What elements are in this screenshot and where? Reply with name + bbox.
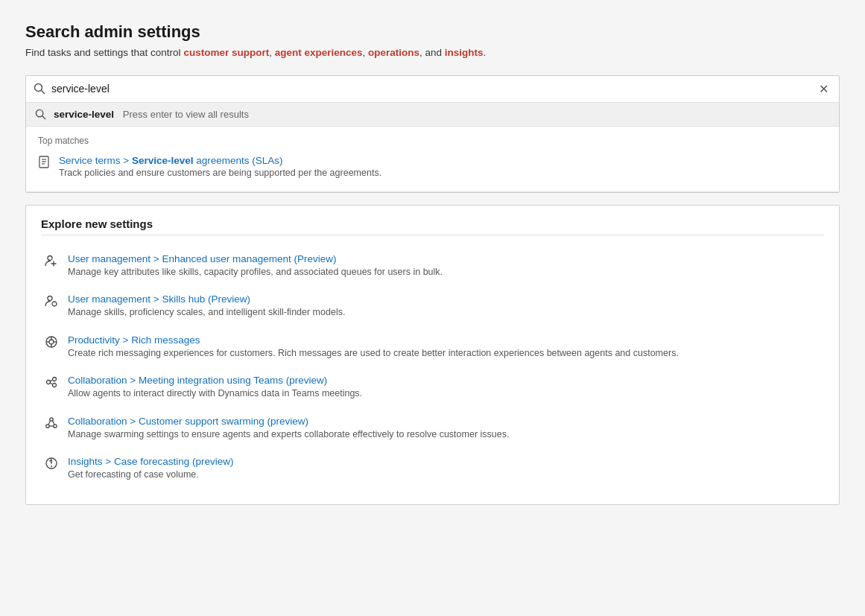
search-clear-button[interactable]: ✕: [816, 80, 831, 98]
svg-point-21: [53, 384, 57, 387]
svg-point-25: [46, 425, 49, 428]
explore-item-5-title: Collaboration > Customer support swarmin…: [68, 416, 509, 427]
explore-item-6-title: Insights > Case forecasting (preview): [68, 456, 234, 467]
search-suggestion-row[interactable]: service-level Press enter to view all re…: [26, 103, 839, 127]
explore-item-3-main: Rich messages: [131, 334, 200, 346]
top-matches-label: Top matches: [38, 136, 827, 146]
explore-item-2-content: User management > Skills hub (Preview) M…: [68, 293, 345, 320]
explore-item-3-prefix: Productivity >: [68, 334, 131, 346]
search-row: ✕: [26, 76, 839, 103]
explore-item-6-content: Insights > Case forecasting (preview) Ge…: [68, 456, 234, 482]
explore-item-4-desc: Allow agents to interact directly with D…: [68, 387, 362, 401]
explore-section: Explore new settings User management > E…: [25, 205, 840, 505]
suggestion-text: service-level Press enter to view all re…: [54, 109, 249, 120]
explore-item-3-desc: Create rich messaging experiences for cu…: [68, 347, 679, 361]
match-desc: Track policies and ensure customers are …: [59, 168, 381, 178]
productivity-icon: [44, 335, 59, 349]
search-icon: [34, 83, 45, 95]
explore-item-skills-hub[interactable]: User management > Skills hub (Preview) M…: [41, 286, 824, 327]
explore-item-4-title: Collaboration > Meeting integration usin…: [68, 375, 362, 386]
explore-item-1-main: Enhanced user management (Preview): [162, 253, 336, 264]
explore-item-enhanced-user-mgmt[interactable]: User management > Enhanced user manageme…: [41, 246, 824, 287]
suggestion-bold-text: service-level: [54, 109, 114, 120]
svg-point-19: [47, 381, 51, 384]
explore-item-1-desc: Manage key attributes like skills, capac…: [68, 266, 443, 279]
svg-point-12: [52, 302, 57, 306]
explore-item-2-title: User management > Skills hub (Preview): [68, 293, 345, 305]
explore-item-4-prefix: Collaboration >: [68, 375, 139, 386]
svg-line-28: [53, 420, 55, 425]
collaboration-teams-icon: [44, 375, 59, 389]
explore-item-5-desc: Manage swarming settings to ensure agent…: [68, 428, 509, 442]
svg-point-14: [49, 340, 54, 344]
explore-item-5-content: Collaboration > Customer support swarmin…: [68, 416, 509, 442]
explore-item-6-desc: Get forecasting of case volume.: [68, 469, 234, 482]
svg-line-3: [42, 116, 45, 119]
insights-icon: [44, 457, 59, 470]
explore-item-swarming[interactable]: Collaboration > Customer support swarmin…: [41, 408, 824, 449]
svg-line-23: [51, 383, 53, 384]
svg-point-8: [48, 255, 52, 260]
explore-item-5-main: Customer support swarming (preview): [139, 416, 308, 427]
explore-item-1-content: User management > Enhanced user manageme…: [68, 253, 443, 279]
explore-item-2-desc: Manage skills, proficiency scales, and i…: [68, 306, 345, 320]
svg-point-20: [53, 378, 57, 381]
match-suffix: agreements (SLAs): [193, 155, 282, 166]
svg-line-1: [42, 91, 45, 94]
svg-line-27: [48, 420, 51, 425]
svg-point-32: [51, 466, 52, 467]
explore-item-2-main: Skills hub (Preview): [162, 293, 250, 305]
explore-item-4-main: Meeting integration using Teams (preview…: [139, 375, 327, 386]
search-input[interactable]: [51, 83, 816, 95]
match-content: Service terms > Service-level agreements…: [59, 155, 381, 178]
match-prefix: Service terms >: [59, 155, 132, 166]
page-title: Search admin settings: [25, 22, 840, 42]
skills-hub-icon: [44, 294, 59, 308]
explore-item-2-prefix: User management >: [68, 293, 162, 305]
collaboration-swarming-icon: [44, 416, 59, 430]
search-container: ✕ service-level Press enter to view all …: [25, 75, 840, 193]
explore-item-teams-meeting[interactable]: Collaboration > Meeting integration usin…: [41, 367, 824, 408]
match-title: Service terms > Service-level agreements…: [59, 155, 381, 166]
match-bold: Service-level: [132, 155, 194, 166]
svg-point-26: [54, 425, 57, 428]
explore-item-rich-messages[interactable]: Productivity > Rich messages Create rich…: [41, 327, 824, 368]
explore-item-5-prefix: Collaboration >: [68, 416, 139, 427]
page-container: Search admin settings Find tasks and set…: [7, 7, 858, 616]
explore-item-3-content: Productivity > Rich messages Create rich…: [68, 334, 679, 361]
suggestion-hint-text: Press enter to view all results: [123, 109, 249, 120]
svg-line-22: [51, 380, 53, 381]
explore-item-3-title: Productivity > Rich messages: [68, 334, 679, 346]
match-document-icon: [38, 156, 51, 169]
explore-item-1-title: User management > Enhanced user manageme…: [68, 253, 443, 264]
explore-item-4-content: Collaboration > Meeting integration usin…: [68, 375, 362, 401]
explore-item-6-main: Case forecasting (preview): [114, 456, 234, 467]
explore-item-case-forecasting[interactable]: Insights > Case forecasting (preview) Ge…: [41, 448, 824, 489]
explore-title: Explore new settings: [41, 217, 824, 235]
user-management-icon: [44, 254, 59, 267]
top-match-item[interactable]: Service terms > Service-level agreements…: [38, 152, 827, 181]
explore-item-1-prefix: User management >: [68, 253, 162, 264]
top-matches-section: Top matches Service terms > Service-leve…: [26, 127, 839, 192]
explore-item-6-prefix: Insights >: [68, 456, 114, 467]
page-subtitle: Find tasks and settings that control cus…: [25, 46, 840, 60]
svg-point-11: [48, 296, 52, 301]
suggestion-search-icon: [35, 109, 46, 120]
